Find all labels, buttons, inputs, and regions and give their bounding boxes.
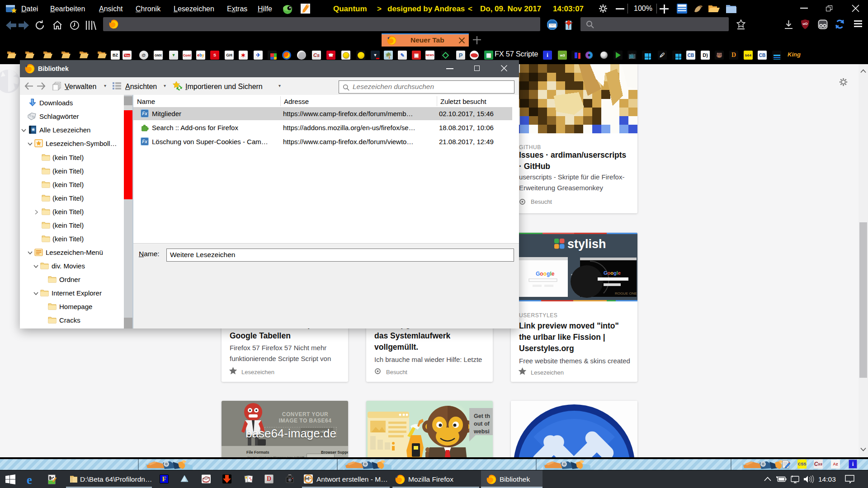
svg-text:stylish: stylish	[567, 237, 606, 251]
svg-text:ROGUE ONE: ROGUE ONE	[615, 291, 637, 296]
svg-text:uO: uO	[802, 22, 807, 26]
svg-text:Fx: Fx	[142, 139, 147, 144]
svg-text:Fx: Fx	[142, 111, 147, 116]
svg-text:Google: Google	[604, 270, 621, 276]
svg-text:Google: Google	[536, 271, 555, 277]
